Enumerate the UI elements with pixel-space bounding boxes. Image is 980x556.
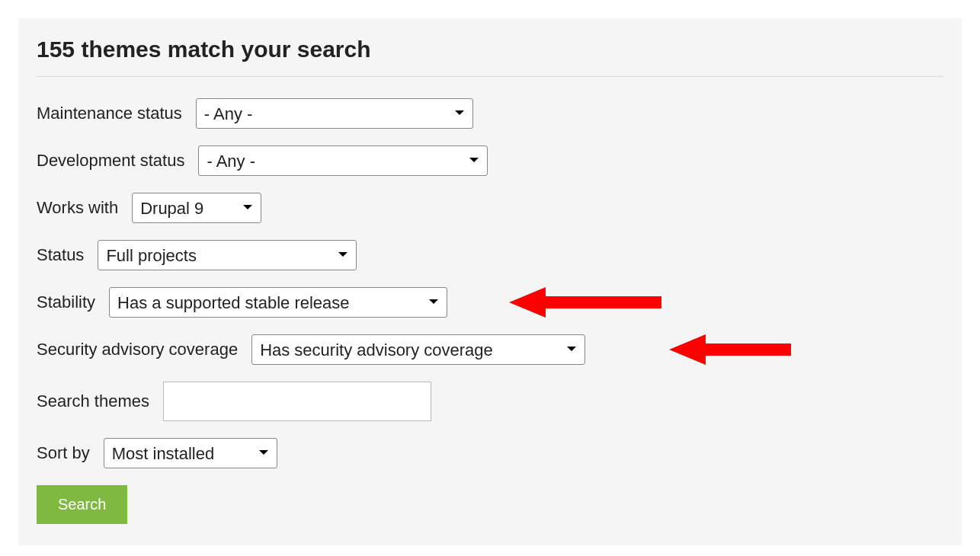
stability-row: Stability Has a supported stable release [37, 287, 943, 318]
search-themes-label: Search themes [37, 391, 149, 411]
status-label: Status [37, 245, 84, 265]
works-with-label: Works with [37, 198, 118, 218]
search-themes-input[interactable] [163, 382, 431, 421]
svg-marker-0 [509, 287, 661, 318]
search-themes-row: Search themes [37, 382, 943, 421]
works-with-row: Works with Drupal 9 [37, 193, 943, 223]
sort-by-select[interactable]: Most installed [104, 438, 277, 468]
development-status-select[interactable]: - Any - [198, 145, 488, 176]
results-count-heading: 155 themes match your search [37, 37, 943, 77]
works-with-select[interactable]: Drupal 9 [132, 193, 261, 223]
arrow-annotation-icon [509, 283, 669, 322]
security-row: Security advisory coverage Has security … [37, 334, 943, 365]
arrow-annotation-icon [669, 330, 799, 369]
status-row: Status Full projects [37, 240, 943, 270]
sort-by-label: Sort by [37, 443, 90, 463]
security-label: Security advisory coverage [37, 340, 238, 359]
status-select[interactable]: Full projects [98, 240, 357, 270]
maintenance-status-select[interactable]: - Any - [196, 98, 473, 129]
security-select[interactable]: Has security advisory coverage [251, 334, 585, 365]
maintenance-status-label: Maintenance status [37, 104, 182, 123]
maintenance-status-row: Maintenance status - Any - [37, 98, 943, 129]
svg-marker-1 [669, 334, 791, 365]
stability-label: Stability [37, 292, 95, 312]
sort-by-row: Sort by Most installed [37, 438, 943, 468]
development-status-label: Development status [37, 151, 184, 171]
development-status-row: Development status - Any - [37, 145, 943, 176]
search-button[interactable]: Search [37, 485, 127, 524]
search-filter-panel: 155 themes match your search Maintenance… [18, 18, 962, 545]
stability-select[interactable]: Has a supported stable release [109, 287, 447, 318]
